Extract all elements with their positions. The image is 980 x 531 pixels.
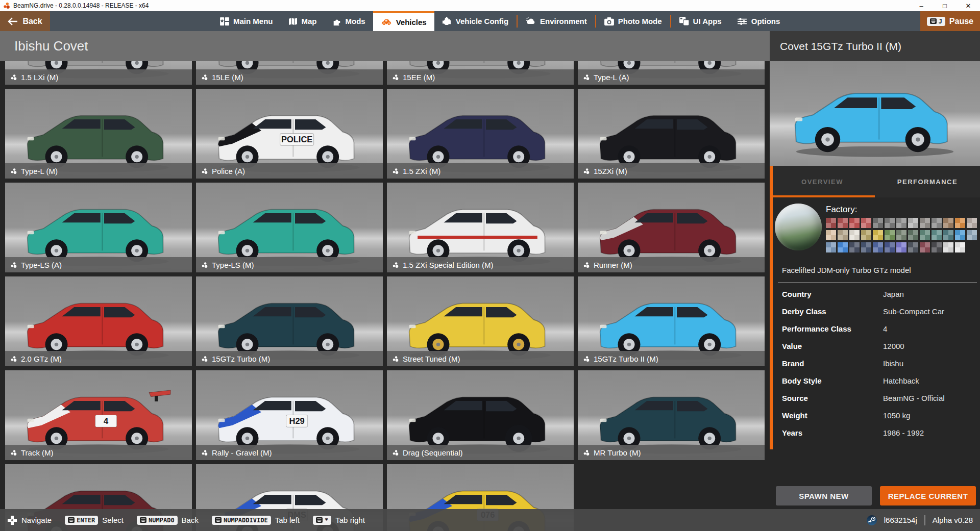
color-swatch[interactable] (885, 230, 895, 240)
color-swatch[interactable] (849, 230, 860, 240)
color-swatch[interactable] (885, 242, 895, 252)
vehicle-tile[interactable]: 15GTz Turbo (M) (196, 276, 383, 366)
minimize-button[interactable]: – (910, 0, 933, 11)
color-swatch[interactable] (908, 230, 918, 240)
vehicle-tile-label: Runner (M) (578, 257, 765, 272)
maximize-button[interactable]: □ (933, 0, 957, 11)
back-button[interactable]: Back (0, 11, 50, 31)
beamng-icon (392, 262, 399, 268)
color-swatch[interactable] (873, 218, 883, 228)
replace-current-button[interactable]: REPLACE CURRENT (880, 486, 976, 505)
vehicle-tile[interactable]: Type-LS (M) (196, 183, 383, 272)
spawn-new-button[interactable]: SPAWN NEW (776, 486, 872, 505)
nav-item-vehicles[interactable]: Vehicles (373, 11, 434, 31)
vehicle-tile[interactable]: 15EE (M) (387, 61, 574, 85)
vehicle-config-name: Type-LS (M) (212, 261, 254, 269)
color-swatch[interactable] (873, 230, 883, 240)
color-swatch[interactable] (967, 218, 977, 228)
vehicle-tile-label: 15GTz Turbo (M) (196, 351, 383, 366)
vehicle-tile[interactable]: 1.5 ZXi Special Edition (M) (387, 183, 574, 272)
factory-colors-section: Factory: (774, 204, 977, 255)
color-swatch[interactable] (896, 242, 906, 252)
vehicle-tile-label: Track (M) (5, 445, 192, 460)
spec-value: Sub-Compact Car (883, 307, 977, 316)
color-swatch[interactable] (955, 230, 965, 240)
color-swatch[interactable] (908, 242, 918, 252)
color-swatch[interactable] (861, 242, 871, 252)
close-button[interactable]: ✕ (957, 0, 980, 11)
vehicle-tile[interactable]: POLICE Police (A) (196, 89, 383, 179)
color-swatch[interactable] (896, 230, 906, 240)
nav-item-vehicle-config[interactable]: Vehicle Config (434, 11, 516, 31)
nav-item-photo-mode[interactable]: Photo Mode (597, 11, 670, 31)
tab-overview[interactable]: OVERVIEW (770, 166, 875, 197)
nav-item-main-menu[interactable]: Main Menu (212, 11, 281, 31)
nav-item-ui-apps[interactable]: UI Apps (672, 11, 729, 31)
color-swatch[interactable] (943, 218, 953, 228)
color-swatch[interactable] (920, 242, 930, 252)
vehicle-tile[interactable]: 2.0 GTz (M) (5, 276, 192, 366)
color-swatch[interactable] (896, 218, 906, 228)
color-swatch[interactable] (861, 230, 871, 240)
environment-thumbnail[interactable] (775, 204, 822, 250)
vehicle-tile[interactable]: Drag (Sequential) (387, 370, 574, 460)
vehicle-tile[interactable]: 15LE (M) (196, 61, 383, 85)
color-swatch[interactable] (838, 218, 848, 228)
color-swatch[interactable] (943, 242, 953, 252)
color-swatch[interactable] (955, 218, 965, 228)
vehicle-tile[interactable]: 1.5 LXi (M) (5, 61, 192, 85)
pause-keychip: J (927, 17, 945, 26)
vehicle-render: Type-L (M) (5, 89, 192, 179)
color-swatch[interactable] (849, 218, 860, 228)
vehicles-icon (381, 18, 392, 26)
color-swatch[interactable] (873, 242, 883, 252)
keychip-numpaddivide: NUMPADDIVIDE (212, 516, 271, 525)
vehicle-tile[interactable]: 4 Track (M) (5, 370, 192, 460)
nav-item-options[interactable]: Options (729, 11, 788, 31)
spec-label: Brand (782, 359, 883, 368)
vehicle-tile[interactable]: Type-LS (A) (5, 183, 192, 272)
spec-row: SourceBeamNG - Official (782, 389, 977, 407)
vehicle-tile[interactable]: Street Tuned (M) (387, 276, 574, 366)
svg-text:H29: H29 (289, 416, 305, 425)
color-swatch[interactable] (826, 230, 836, 240)
color-swatch[interactable] (849, 242, 860, 252)
vehicle-tile[interactable]: Type-L (M) (5, 89, 192, 179)
input-hint: NUMPADDIVIDETab left (212, 516, 300, 525)
spec-label: Derby Class (782, 307, 883, 316)
color-swatch[interactable] (967, 230, 977, 240)
vehicle-grid-row: 2.0 GTz (M) 15GTz Turbo (M) Street Tuned… (5, 276, 765, 366)
vehicle-tile[interactable]: MR Turbo (M) (578, 370, 765, 460)
vehicle-tile[interactable]: 15ZXi (M) (578, 89, 765, 179)
vehicle-render: Runner (M) (578, 183, 765, 272)
nav-item-mods[interactable]: Mods (325, 11, 373, 31)
color-swatch[interactable] (920, 230, 930, 240)
vehicle-tile-selected[interactable]: 15GTz Turbo II (M) (578, 276, 765, 366)
color-swatch[interactable] (885, 218, 895, 228)
vehicle-tile[interactable]: Type-L (A) (578, 61, 765, 85)
color-swatch[interactable] (838, 230, 848, 240)
color-swatch[interactable] (932, 218, 942, 228)
scroll-indicator[interactable] (770, 166, 773, 449)
nav-item-environment[interactable]: Environment (518, 11, 595, 31)
color-swatch[interactable] (943, 230, 953, 240)
color-swatch[interactable] (955, 242, 965, 252)
vehicle-tile[interactable]: H29 Rally - Gravel (M) (196, 370, 383, 460)
nav-separator (670, 15, 671, 28)
color-swatch[interactable] (826, 242, 836, 252)
vehicle-tile[interactable]: Runner (M) (578, 183, 765, 272)
tab-performance[interactable]: PERFORMANCE (875, 166, 980, 197)
color-swatch[interactable] (826, 218, 836, 228)
spec-row: BrandIbishu (782, 355, 977, 372)
color-swatch[interactable] (861, 218, 871, 228)
nav-item-map[interactable]: Map (281, 11, 325, 31)
color-swatch[interactable] (908, 218, 918, 228)
color-swatch[interactable] (920, 218, 930, 228)
color-swatch[interactable] (838, 242, 848, 252)
vehicle-tile[interactable]: 1.5 ZXi (M) (387, 89, 574, 179)
color-swatch[interactable] (932, 242, 942, 252)
pause-button[interactable]: J Pause (920, 11, 980, 31)
color-swatch[interactable] (932, 230, 942, 240)
detail-tabs: OVERVIEWPERFORMANCE (770, 166, 980, 197)
vehicle-render: Street Tuned (M) (387, 276, 574, 366)
